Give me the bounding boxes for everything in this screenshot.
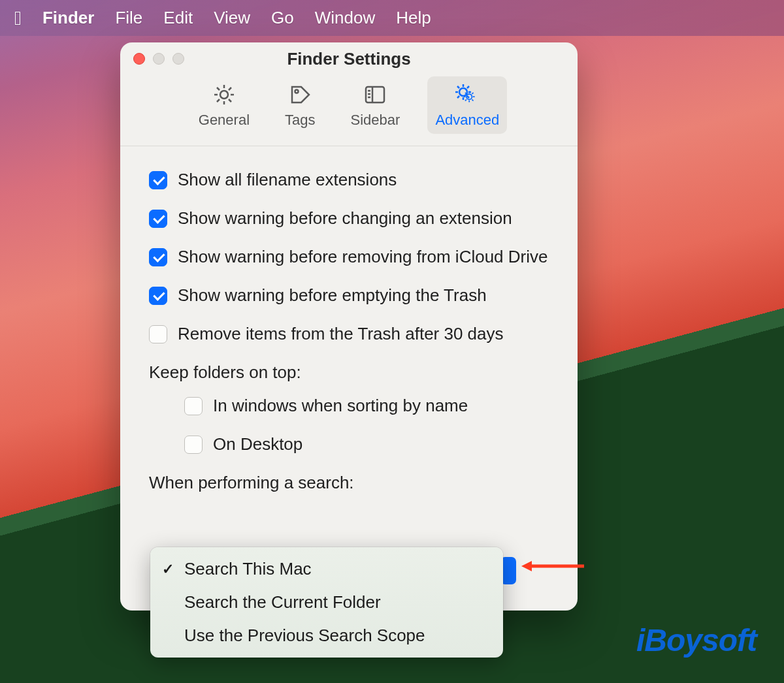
checkbox-label: Show warning before emptying the Trash — [178, 285, 487, 306]
gear-icon — [211, 82, 237, 108]
search-scope-dropdown: ✓ Search This Mac Search the Current Fol… — [150, 547, 503, 658]
menu-item-previous-scope[interactable]: Use the Previous Search Scope — [150, 619, 503, 652]
settings-tabs: General Tags Sidebar Advanced — [120, 65, 578, 146]
checkbox-label: Show warning before changing an extensio… — [178, 208, 512, 229]
checkbox-label: Remove items from the Trash after 30 day… — [178, 324, 504, 344]
tag-icon — [287, 82, 313, 108]
menubar:  Finder File Edit View Go Window Help — [0, 0, 784, 36]
svg-point-0 — [220, 91, 228, 99]
checkbox-label: On Desktop — [213, 434, 302, 454]
checkbox-row: On Desktop — [149, 434, 551, 454]
checkbox-folders-in-windows[interactable] — [184, 397, 203, 415]
tab-label: General — [199, 112, 250, 129]
menubar-item-go[interactable]: Go — [271, 8, 294, 28]
menu-item-label: Search the Current Folder — [184, 592, 381, 612]
menu-item-search-current-folder[interactable]: Search the Current Folder — [150, 586, 503, 619]
finder-settings-window: Finder Settings General Tags Sidebar Adv… — [120, 42, 578, 611]
sidebar-icon — [362, 82, 388, 108]
tab-label: Tags — [285, 112, 315, 129]
tab-label: Sidebar — [351, 112, 400, 129]
checkbox-show-extensions[interactable] — [149, 171, 167, 189]
titlebar: Finder Settings — [120, 42, 578, 65]
gears-icon — [453, 82, 482, 108]
tab-tags[interactable]: Tags — [277, 76, 323, 134]
checkbox-remove-30days[interactable] — [149, 325, 167, 343]
menubar-item-help[interactable]: Help — [396, 8, 431, 28]
checkbox-row: Show warning before emptying the Trash — [149, 285, 551, 306]
svg-point-7 — [459, 88, 467, 96]
checkbox-row: Show all filename extensions — [149, 170, 551, 190]
svg-marker-10 — [521, 561, 532, 571]
annotation-arrow — [520, 558, 585, 574]
watermark-logo: iBoysoft — [636, 622, 757, 658]
menu-item-label: Search This Mac — [184, 559, 312, 579]
menubar-item-file[interactable]: File — [115, 8, 142, 28]
menu-item-label: Use the Previous Search Scope — [184, 626, 425, 646]
tab-general[interactable]: General — [191, 76, 257, 134]
settings-content: Show all filename extensions Show warnin… — [120, 146, 578, 519]
checkbox-row: Show warning before removing from iCloud… — [149, 247, 551, 267]
menubar-item-view[interactable]: View — [214, 8, 250, 28]
menubar-item-window[interactable]: Window — [315, 8, 375, 28]
search-label: When performing a search: — [149, 473, 551, 493]
checkbox-label: In windows when sorting by name — [213, 396, 468, 416]
menubar-item-edit[interactable]: Edit — [163, 8, 193, 28]
checkbox-row: Show warning before changing an extensio… — [149, 208, 551, 229]
tab-advanced[interactable]: Advanced — [427, 76, 507, 134]
checkmark-icon: ✓ — [162, 561, 178, 578]
menubar-item-finder[interactable]: Finder — [42, 8, 94, 28]
apple-menu-icon[interactable]:  — [14, 7, 22, 29]
checkbox-row: In windows when sorting by name — [149, 396, 551, 416]
tab-label: Advanced — [435, 112, 499, 129]
window-title: Finder Settings — [120, 49, 578, 69]
checkbox-folders-on-desktop[interactable] — [184, 436, 203, 454]
keep-folders-label: Keep folders on top: — [149, 362, 551, 383]
checkbox-label: Show all filename extensions — [178, 170, 397, 190]
menu-item-search-this-mac[interactable]: ✓ Search This Mac — [150, 552, 503, 586]
checkbox-warn-icloud[interactable] — [149, 248, 167, 266]
tab-sidebar[interactable]: Sidebar — [343, 76, 408, 134]
checkbox-label: Show warning before removing from iCloud… — [178, 247, 547, 267]
checkbox-warn-trash[interactable] — [149, 287, 167, 305]
checkbox-row: Remove items from the Trash after 30 day… — [149, 324, 551, 344]
svg-point-1 — [295, 90, 299, 93]
checkbox-warn-change-ext[interactable] — [149, 210, 167, 228]
